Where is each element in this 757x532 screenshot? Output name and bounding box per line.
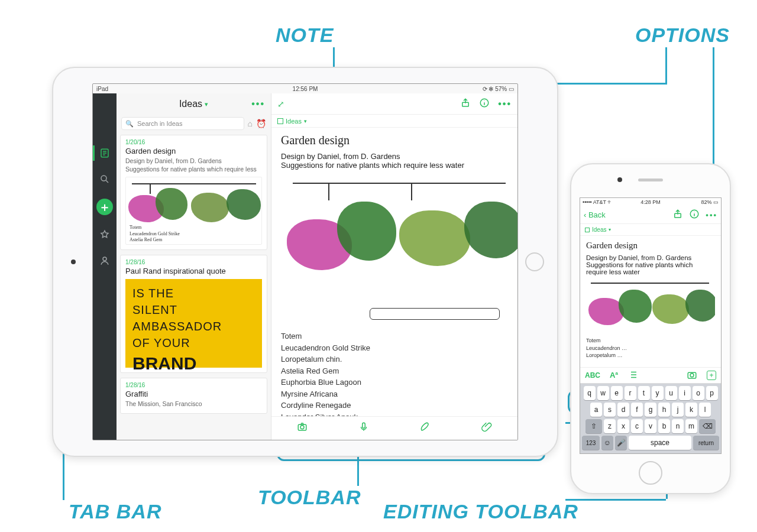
key-letter[interactable]: g: [645, 403, 656, 417]
key-letter[interactable]: d: [617, 403, 629, 417]
key-return[interactable]: return: [693, 436, 719, 450]
notes-icon: [99, 148, 110, 158]
status-right: ⟳ ✻ 57% ▭: [483, 86, 514, 92]
search-icon: 🔍: [125, 120, 134, 128]
key-letter[interactable]: r: [625, 386, 636, 400]
editing-toolbar: ABC Aa +: [580, 367, 721, 384]
key-shift[interactable]: ⇧: [585, 419, 602, 433]
keyboard[interactable]: qwertyuiop asdfghjkl ⇧ zxcvbnm ⌫ 123 ☺ 🎤…: [580, 384, 721, 453]
edit-add-button[interactable]: +: [707, 371, 716, 380]
toolbar-audio-button[interactable]: [358, 421, 369, 435]
key-letter[interactable]: x: [617, 419, 629, 433]
callout-options: OPTIONS: [635, 24, 730, 47]
key-letter[interactable]: l: [699, 403, 711, 417]
key-letter[interactable]: h: [658, 403, 670, 417]
note-card[interactable]: 1/28/16 Paul Rand inspirational quote IS…: [120, 255, 267, 373]
note-line: Design by Daniel, from D. Gardens: [586, 254, 715, 261]
callout-lead: [665, 47, 667, 83]
edit-abc-button[interactable]: ABC: [585, 371, 600, 379]
note-detail-header: ⤢ •••: [271, 93, 517, 115]
tab-account[interactable]: [98, 254, 111, 267]
edit-camera-button[interactable]: [687, 369, 697, 382]
expand-button[interactable]: ⤢: [277, 99, 284, 109]
list-options-button[interactable]: •••: [251, 99, 265, 109]
key-letter[interactable]: i: [679, 386, 691, 400]
camera-icon: [297, 421, 308, 432]
key-letter[interactable]: c: [631, 419, 643, 433]
key-letter[interactable]: m: [685, 419, 697, 433]
note-card[interactable]: 1/20/16 Garden design Design by Daniel, …: [120, 135, 267, 250]
edit-list-button[interactable]: [627, 369, 638, 382]
toolbar-sketch-button[interactable]: [420, 421, 431, 435]
tab-search[interactable]: [98, 173, 111, 186]
callout-note: NOTE: [276, 24, 334, 47]
key-letter[interactable]: j: [672, 403, 684, 417]
note-title: Garden design: [586, 241, 715, 251]
chevron-down-icon: ▾: [205, 100, 208, 108]
key-letter[interactable]: t: [638, 386, 650, 400]
tab-notes[interactable]: [98, 147, 111, 160]
note-title: Graffiti: [125, 390, 262, 398]
toolbar-attach-button[interactable]: [481, 421, 492, 435]
key-letter[interactable]: f: [631, 403, 643, 417]
share-button[interactable]: [672, 209, 683, 221]
key-letter[interactable]: w: [597, 386, 609, 400]
more-options-button[interactable]: •••: [498, 99, 512, 109]
key-letter[interactable]: z: [604, 419, 616, 433]
notebook-crumb[interactable]: Ideas ▾: [580, 224, 721, 236]
note-card[interactable]: 1/28/16 Graffiti The Mission, San Franci…: [120, 378, 267, 413]
back-button[interactable]: ‹ Back: [584, 210, 606, 219]
info-button[interactable]: [689, 209, 700, 221]
callout-lead: [565, 499, 666, 501]
share-icon: [672, 209, 683, 219]
note-list-header[interactable]: Ideas ▾ •••: [117, 93, 271, 115]
key-letter[interactable]: u: [665, 386, 677, 400]
reminder-icon[interactable]: ⏰: [256, 119, 266, 128]
tab-bar: ＋: [93, 93, 117, 440]
keyboard-row: ⇧ zxcvbnm ⌫: [582, 419, 719, 433]
note-body[interactable]: Garden design Design by Daniel, from D. …: [580, 236, 721, 367]
more-options-button[interactable]: •••: [706, 210, 717, 219]
keyboard-row: asdfghjkl: [582, 403, 719, 417]
status-time: 12:56 PM: [293, 86, 318, 92]
key-letter[interactable]: b: [658, 419, 670, 433]
status-left: iPad: [96, 86, 108, 92]
key-space[interactable]: space: [629, 436, 691, 450]
camera-icon: [687, 369, 697, 380]
note-list[interactable]: 1/20/16 Garden design Design by Daniel, …: [117, 132, 271, 440]
tab-add-note[interactable]: ＋: [96, 199, 113, 215]
svg-point-2: [103, 257, 106, 261]
note-body[interactable]: Garden design Design by Daniel, from D. …: [271, 128, 517, 416]
crumb-label: Ideas: [286, 118, 302, 125]
edit-format-button[interactable]: Aa: [610, 371, 618, 379]
iphone-home-button[interactable]: [639, 461, 662, 485]
info-button[interactable]: [479, 98, 490, 111]
notebook-title: Ideas: [179, 99, 202, 109]
key-letter[interactable]: p: [706, 386, 718, 400]
key-letter[interactable]: k: [685, 403, 697, 417]
key-letter[interactable]: v: [645, 419, 656, 433]
toolbar-camera-button[interactable]: [297, 421, 308, 435]
key-letter[interactable]: y: [652, 386, 664, 400]
key-letter[interactable]: q: [584, 386, 596, 400]
key-letter[interactable]: n: [672, 419, 684, 433]
key-mic[interactable]: 🎤: [615, 436, 627, 450]
notebook-icon: [277, 118, 283, 124]
search-icon: [99, 174, 110, 184]
key-letter[interactable]: e: [611, 386, 623, 400]
ipad-status-bar: iPad 12:56 PM ⟳ ✻ 57% ▭: [93, 84, 517, 93]
key-delete[interactable]: ⌫: [699, 419, 716, 433]
tab-shortcuts[interactable]: [98, 228, 111, 241]
key-emoji[interactable]: ☺: [601, 436, 613, 450]
ipad-home-button[interactable]: [525, 252, 544, 271]
key-letter[interactable]: s: [604, 403, 616, 417]
notebook-crumb[interactable]: Ideas ▾: [271, 115, 517, 128]
tag-icon[interactable]: ⌂: [248, 119, 253, 128]
note-snippet: Design by Daniel, from D. Gardens: [125, 157, 262, 165]
key-letter[interactable]: a: [590, 403, 602, 417]
share-button[interactable]: [460, 98, 471, 111]
key-letter[interactable]: o: [693, 386, 704, 400]
key-numbers[interactable]: 123: [582, 436, 600, 450]
chevron-down-icon: ▾: [304, 118, 307, 124]
search-input[interactable]: 🔍 Search in Ideas: [121, 117, 244, 130]
